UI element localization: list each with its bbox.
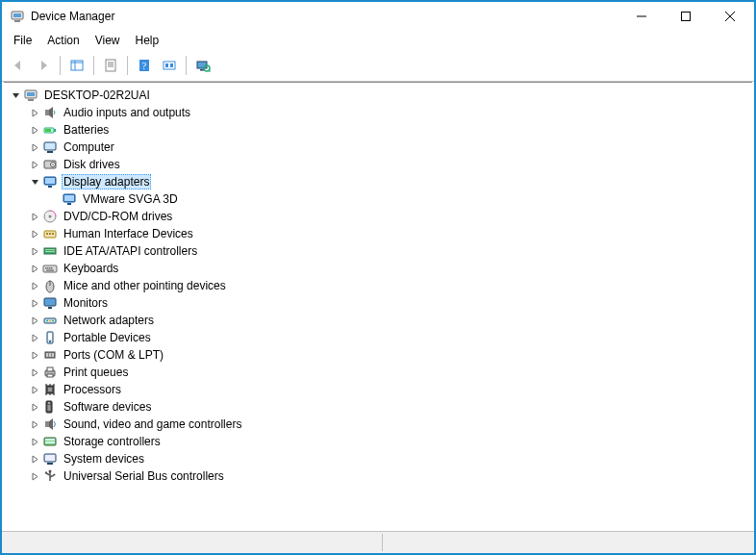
- audio-icon: [42, 105, 58, 120]
- window-title: Device Manager: [31, 10, 114, 23]
- expand-icon[interactable]: [27, 278, 42, 293]
- tree-row[interactable]: Sound, video and game controllers: [27, 416, 752, 433]
- tree-node: Ports (COM & LPT): [27, 346, 752, 364]
- tree-row[interactable]: DESKTOP-02R2UAI: [8, 87, 752, 104]
- tree-label: Human Interface Devices: [62, 226, 195, 241]
- expand-icon[interactable]: [27, 399, 42, 415]
- port-icon: [42, 347, 58, 363]
- menu-help[interactable]: Help: [128, 32, 167, 49]
- toolbar: ?: [2, 50, 754, 82]
- tree-label: Computer: [62, 139, 116, 155]
- tree-node: Computer: [27, 139, 752, 156]
- expand-icon[interactable]: [27, 139, 42, 155]
- svg-rect-85: [164, 62, 175, 69]
- tree-label: Display adapters: [62, 174, 151, 189]
- expand-icon[interactable]: [27, 330, 42, 345]
- cpu-icon: [42, 382, 58, 397]
- tree-row[interactable]: IDE ATA/ATAPI controllers: [27, 242, 752, 260]
- computer-icon: [42, 139, 58, 155]
- tree-label: Print queues: [62, 365, 130, 380]
- expand-icon[interactable]: [27, 382, 42, 397]
- tree-row[interactable]: Display adapters: [27, 173, 752, 190]
- tree-label: Ports (COM & LPT): [62, 347, 165, 363]
- tree-node: Audio inputs and outputs: [27, 104, 752, 121]
- tree-row[interactable]: Portable Devices: [27, 329, 752, 346]
- tree-row[interactable]: Processors: [27, 381, 752, 398]
- expand-icon[interactable]: [27, 122, 42, 138]
- properties-button[interactable]: [98, 53, 123, 78]
- expand-icon[interactable]: [27, 451, 42, 467]
- tree-label: Network adapters: [62, 313, 156, 328]
- expand-icon[interactable]: [27, 416, 42, 432]
- tree-label: Universal Serial Bus controllers: [62, 468, 226, 484]
- expand-icon[interactable]: [27, 226, 42, 241]
- tree-row[interactable]: Keyboards: [27, 260, 752, 277]
- tree-node: Storage controllers: [27, 433, 752, 450]
- tree-row[interactable]: Batteries: [27, 121, 752, 139]
- tree-row[interactable]: Universal Serial Bus controllers: [27, 467, 752, 485]
- tree-node: IDE ATA/ATAPI controllers: [27, 242, 752, 260]
- tree-node: Network adapters: [27, 312, 752, 329]
- expand-icon[interactable]: [27, 157, 42, 172]
- tree-row[interactable]: Computer: [27, 139, 752, 156]
- expand-icon[interactable]: [27, 313, 42, 328]
- expand-icon[interactable]: [27, 105, 42, 120]
- svg-text:?: ?: [142, 61, 147, 71]
- toolbar-separator: [93, 56, 94, 75]
- tree-row[interactable]: Network adapters: [27, 312, 752, 329]
- expand-icon[interactable]: [27, 468, 42, 484]
- portable-icon: [42, 330, 58, 345]
- tree-row[interactable]: Disk drives: [27, 156, 752, 173]
- tree-node: VMware SVGA 3D: [46, 190, 752, 208]
- tree-label: Portable Devices: [62, 330, 153, 345]
- tree-row[interactable]: Audio inputs and outputs: [27, 104, 752, 121]
- tree-label: DESKTOP-02R2UAI: [42, 88, 152, 103]
- tree-row[interactable]: Ports (COM & LPT): [27, 346, 752, 364]
- scan-hardware-button[interactable]: [157, 53, 182, 78]
- sound-icon: [42, 416, 58, 432]
- expand-icon[interactable]: [27, 261, 42, 276]
- device-tree-panel[interactable]: DESKTOP-02R2UAIAudio inputs and outputsB…: [4, 82, 752, 531]
- tree-node: Universal Serial Bus controllers: [27, 467, 752, 485]
- forward-button[interactable]: [31, 53, 56, 78]
- tree-row[interactable]: Monitors: [27, 294, 752, 312]
- expand-icon[interactable]: [27, 365, 42, 380]
- tree-row[interactable]: Print queues: [27, 364, 752, 381]
- monitor-icon: [42, 295, 58, 311]
- tree-label: Disk drives: [62, 157, 122, 172]
- tree-row[interactable]: System devices: [27, 450, 752, 467]
- back-button[interactable]: [6, 53, 31, 78]
- help-button[interactable]: ?: [132, 53, 157, 78]
- titlebar: Device Manager: [2, 2, 754, 31]
- expand-icon[interactable]: [27, 243, 42, 259]
- expand-icon[interactable]: [27, 295, 42, 311]
- collapse-icon[interactable]: [27, 174, 42, 189]
- expand-icon[interactable]: [27, 209, 42, 224]
- tree-label: System devices: [62, 451, 146, 467]
- menu-view[interactable]: View: [88, 32, 128, 49]
- menubar: File Action View Help: [2, 31, 754, 50]
- tree-row[interactable]: VMware SVGA 3D: [46, 190, 752, 208]
- tree-label: VMware SVGA 3D: [81, 191, 180, 207]
- expand-icon[interactable]: [27, 347, 42, 363]
- collapse-icon[interactable]: [8, 88, 23, 103]
- tree-row[interactable]: Storage controllers: [27, 433, 752, 450]
- tree-label: Audio inputs and outputs: [62, 105, 192, 120]
- tree-node: Print queues: [27, 364, 752, 381]
- minimize-button[interactable]: [619, 2, 664, 31]
- tree-node: DVD/CD-ROM drives: [27, 208, 752, 225]
- tree-row[interactable]: Human Interface Devices: [27, 225, 752, 242]
- tree-row[interactable]: Mice and other pointing devices: [27, 277, 752, 294]
- close-button[interactable]: [708, 2, 752, 31]
- tree-row[interactable]: Software devices: [27, 398, 752, 416]
- menu-action[interactable]: Action: [39, 32, 87, 49]
- maximize-button[interactable]: [664, 2, 708, 31]
- svg-rect-88: [197, 62, 207, 68]
- device-manager-window: Device Manager File Action View Help: [0, 0, 756, 555]
- menu-file[interactable]: File: [6, 32, 39, 49]
- tree-row[interactable]: DVD/CD-ROM drives: [27, 208, 752, 225]
- view-devices-button[interactable]: [190, 53, 215, 78]
- tree-node: Software devices: [27, 398, 752, 416]
- expand-icon[interactable]: [27, 434, 42, 449]
- show-hide-tree-button[interactable]: [64, 53, 89, 78]
